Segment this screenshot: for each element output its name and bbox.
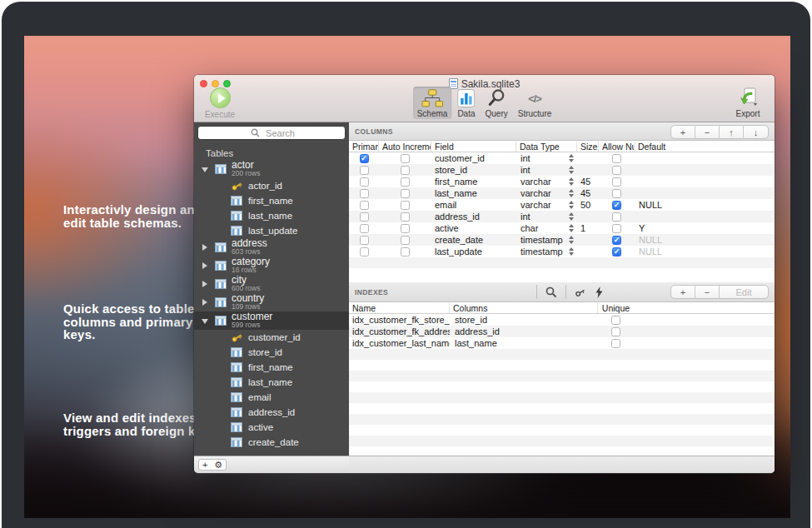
allow-null-checkbox[interactable]: ✓ [612, 247, 621, 257]
default-cell[interactable]: Y [635, 223, 775, 233]
primary-checkbox[interactable] [360, 189, 369, 198]
field-cell[interactable]: store_id [431, 165, 516, 175]
data-type-cell[interactable]: timestamp [516, 247, 565, 257]
export-button[interactable]: Export [730, 87, 766, 118]
default-cell[interactable]: NULL [635, 235, 775, 245]
data-type-cell[interactable]: int [516, 153, 565, 163]
sidebar-column-last_name[interactable]: last_name [194, 375, 349, 390]
sidebar-table-address[interactable]: address603 rows [194, 238, 349, 257]
primary-checkbox[interactable] [360, 166, 369, 175]
auto-increment-checkbox[interactable] [401, 224, 410, 233]
field-cell[interactable]: create_date [431, 235, 516, 245]
search-input[interactable]: Search [197, 126, 346, 140]
data-type-cell[interactable]: int [516, 165, 565, 175]
data-type-cell[interactable]: timestamp [516, 235, 565, 245]
unique-checkbox[interactable] [611, 327, 620, 336]
default-cell[interactable]: NULL [635, 200, 775, 210]
size-cell[interactable]: 45 [577, 177, 599, 187]
primary-checkbox[interactable] [360, 236, 369, 245]
data-type-cell[interactable]: char [516, 223, 565, 233]
indexes-remove-button[interactable]: − [695, 286, 720, 298]
allow-null-checkbox[interactable] [612, 166, 621, 175]
index-columns-cell[interactable]: last_name [450, 338, 598, 348]
data-type-stepper[interactable] [565, 154, 577, 162]
sidebar-column-store_id[interactable]: store_id [194, 345, 349, 360]
primary-checkbox[interactable] [360, 212, 369, 222]
column-row-address_id[interactable]: address_idint [349, 211, 775, 222]
field-cell[interactable]: active [431, 223, 516, 233]
indexes-add-button[interactable]: + [671, 286, 695, 298]
indexes-edit-button[interactable]: Edit [720, 286, 768, 298]
data-type-cell[interactable]: varchar [516, 188, 565, 198]
data-type-cell[interactable]: varchar [516, 177, 565, 187]
disclosure-right-icon[interactable] [199, 261, 210, 271]
index-name-cell[interactable]: idx_customer_fk_addres… [349, 326, 450, 336]
field-cell[interactable]: customer_id [431, 153, 516, 163]
sidebar-column-address_id[interactable]: address_id [194, 405, 349, 420]
disclosure-down-icon[interactable] [199, 164, 210, 174]
auto-increment-checkbox[interactable] [401, 236, 410, 245]
auto-increment-checkbox[interactable] [401, 201, 410, 210]
sidebar-column-customer_id[interactable]: customer_id [194, 330, 349, 345]
data-type-stepper[interactable] [565, 212, 577, 221]
disclosure-down-icon[interactable] [199, 316, 210, 326]
data-type-stepper[interactable] [565, 166, 577, 174]
index-row[interactable]: idx_customer_fk_store_idstore_id [349, 314, 775, 326]
disclosure-right-icon[interactable] [199, 297, 210, 307]
field-cell[interactable]: address_id [431, 212, 516, 222]
allow-null-checkbox[interactable] [612, 154, 621, 163]
toolbar-tab-structure[interactable]: </>Structure [514, 87, 556, 119]
disclosure-right-icon[interactable] [199, 279, 210, 289]
columns-move-up-button[interactable]: ↑ [720, 126, 744, 138]
field-cell[interactable]: first_name [431, 177, 516, 187]
index-name-cell[interactable]: idx_customer_last_name [349, 338, 450, 348]
index-name-cell[interactable]: idx_customer_fk_store_id [349, 315, 450, 325]
search-icon[interactable] [545, 286, 558, 299]
data-type-cell[interactable]: int [516, 212, 565, 222]
column-row-last_name[interactable]: last_namevarchar45 [349, 187, 775, 199]
field-cell[interactable]: last_name [431, 188, 516, 198]
auto-increment-checkbox[interactable] [401, 189, 410, 198]
toolbar-tab-query[interactable]: Query [481, 87, 512, 119]
column-row-create_date[interactable]: create_datetimestamp✓NULL [349, 234, 775, 246]
data-type-stepper[interactable] [565, 224, 577, 232]
sidebar-table-country[interactable]: country109 rows [194, 293, 349, 311]
allow-null-checkbox[interactable] [612, 212, 621, 222]
toolbar-tab-data[interactable]: Data [453, 87, 479, 119]
primary-checkbox[interactable]: ✓ [360, 154, 369, 163]
sidebar-table-category[interactable]: category16 rows [194, 257, 349, 275]
data-type-cell[interactable]: varchar [516, 200, 565, 210]
data-type-stepper[interactable] [565, 189, 577, 197]
data-type-stepper[interactable] [565, 201, 577, 209]
sidebar-column-last_name[interactable]: last_name [194, 208, 349, 223]
sidebar-table-customer[interactable]: customer599 rows [194, 311, 349, 330]
unique-checkbox[interactable] [611, 316, 620, 325]
index-columns-cell[interactable]: address_id [450, 326, 598, 336]
primary-checkbox[interactable] [360, 247, 369, 257]
primary-checkbox[interactable] [360, 177, 369, 187]
auto-increment-checkbox[interactable] [401, 212, 410, 222]
allow-null-checkbox[interactable] [612, 224, 621, 233]
allow-null-checkbox[interactable] [612, 189, 621, 198]
add-table-button[interactable]: + [202, 461, 207, 469]
auto-increment-checkbox[interactable] [401, 247, 410, 257]
disclosure-right-icon[interactable] [199, 242, 210, 252]
lightning-icon[interactable] [592, 286, 605, 299]
column-row-last_update[interactable]: last_updatetimestamp✓NULL [349, 246, 775, 257]
index-row[interactable]: idx_customer_fk_addres…address_id [349, 326, 775, 337]
data-type-stepper[interactable] [565, 236, 577, 244]
data-type-stepper[interactable] [565, 247, 577, 256]
columns-remove-button[interactable]: − [695, 126, 720, 138]
allow-null-checkbox[interactable]: ✓ [612, 201, 621, 210]
sidebar-column-last_update[interactable]: last_update [194, 223, 349, 238]
auto-increment-checkbox[interactable] [401, 166, 410, 175]
sidebar-column-actor_id[interactable]: actor_id [194, 178, 349, 193]
toolbar-tab-schema[interactable]: Schema [413, 87, 452, 119]
sidebar-column-email[interactable]: email [194, 390, 349, 405]
default-cell[interactable]: NULL [635, 247, 775, 257]
field-cell[interactable]: last_update [431, 247, 516, 257]
auto-increment-checkbox[interactable] [401, 177, 410, 187]
sidebar-column-first_name[interactable]: first_name [194, 193, 349, 208]
index-columns-cell[interactable]: store_id [450, 315, 598, 325]
key-icon[interactable] [574, 286, 587, 299]
